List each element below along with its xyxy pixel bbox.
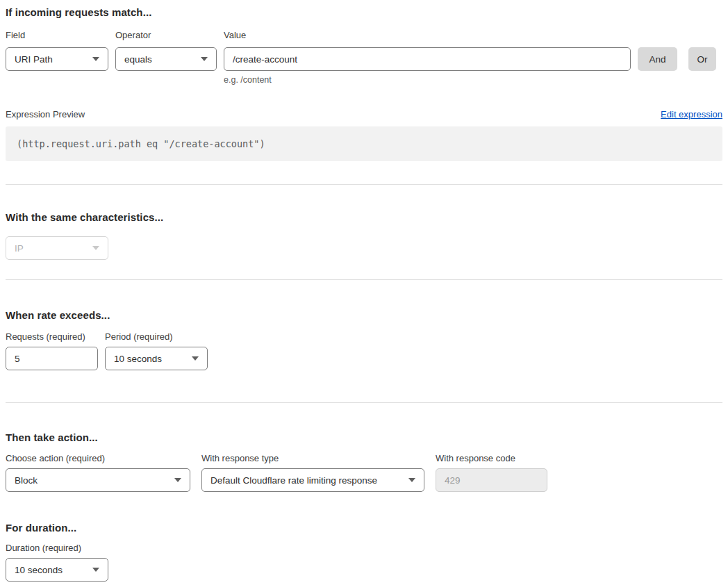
- action-dropdown[interactable]: Block: [6, 468, 190, 492]
- operator-dropdown-value: equals: [124, 54, 152, 65]
- period-label: Period (required): [105, 331, 208, 342]
- characteristic-dropdown-value: IP: [15, 243, 24, 254]
- value-column: Value e.g. /content: [224, 30, 631, 85]
- section-divider: [6, 402, 722, 403]
- edit-expression-link[interactable]: Edit expression: [661, 109, 722, 120]
- chevron-down-icon: [92, 246, 99, 250]
- response-type-column: With response type Default Cloudflare ra…: [201, 453, 424, 492]
- field-column: Field URI Path: [6, 30, 108, 71]
- match-expression-row: Field URI Path Operator equals Value e.g…: [6, 30, 722, 85]
- rate-row: Requests (required) Period (required) 10…: [6, 331, 722, 370]
- duration-section-title: For duration...: [6, 521, 722, 534]
- period-dropdown[interactable]: 10 seconds: [105, 347, 208, 370]
- action-dropdown-value: Block: [15, 475, 38, 486]
- rate-section-title: When rate exceeds...: [6, 308, 722, 322]
- match-section-title: If incoming requests match...: [6, 6, 722, 19]
- and-button[interactable]: And: [638, 47, 677, 71]
- period-dropdown-value: 10 seconds: [114, 354, 162, 364]
- value-input[interactable]: [224, 47, 631, 71]
- requests-label: Requests (required): [6, 331, 98, 342]
- field-dropdown[interactable]: URI Path: [6, 47, 108, 71]
- period-column: Period (required) 10 seconds: [105, 331, 208, 370]
- response-type-label: With response type: [201, 453, 424, 463]
- response-code-input: [436, 468, 547, 492]
- rate-limiting-rule-form: If incoming requests match... Field URI …: [0, 0, 728, 582]
- action-label: Choose action (required): [6, 453, 190, 463]
- chevron-down-icon: [92, 568, 99, 572]
- duration-label: Duration (required): [6, 543, 722, 553]
- action-column: Choose action (required) Block: [6, 453, 190, 492]
- field-label: Field: [6, 30, 108, 40]
- value-label: Value: [224, 30, 631, 40]
- response-type-dropdown-value: Default Cloudflare rate limiting respons…: [210, 475, 377, 486]
- operator-dropdown[interactable]: equals: [115, 47, 217, 71]
- chevron-down-icon: [408, 478, 415, 482]
- chevron-down-icon: [201, 57, 208, 61]
- response-code-label: With response code: [436, 453, 547, 463]
- characteristics-section-title: With the same characteristics...: [6, 211, 722, 224]
- requests-column: Requests (required): [6, 331, 98, 370]
- duration-dropdown[interactable]: 10 seconds: [6, 558, 108, 582]
- section-divider: [6, 279, 722, 280]
- operator-column: Operator equals: [115, 30, 217, 71]
- expression-preview-code: (http.request.uri.path eq "/create-accou…: [17, 138, 265, 149]
- chevron-down-icon: [92, 57, 99, 61]
- section-divider: [6, 184, 722, 185]
- action-row: Choose action (required) Block With resp…: [6, 453, 722, 492]
- value-hint: e.g. /content: [224, 75, 631, 85]
- action-section-title: Then take action...: [6, 431, 722, 444]
- chevron-down-icon: [192, 356, 199, 361]
- expression-preview-box: (http.request.uri.path eq "/create-accou…: [6, 126, 722, 161]
- chevron-down-icon: [174, 478, 181, 482]
- expression-preview-label: Expression Preview: [6, 109, 85, 120]
- field-dropdown-value: URI Path: [15, 54, 53, 65]
- characteristic-dropdown: IP: [6, 236, 108, 260]
- operator-label: Operator: [115, 30, 217, 40]
- response-code-column: With response code: [436, 453, 547, 492]
- duration-dropdown-value: 10 seconds: [15, 565, 63, 575]
- response-type-dropdown[interactable]: Default Cloudflare rate limiting respons…: [201, 468, 424, 492]
- expression-preview-header: Expression Preview Edit expression: [6, 109, 722, 120]
- or-button[interactable]: Or: [688, 47, 716, 71]
- requests-input[interactable]: [6, 347, 98, 370]
